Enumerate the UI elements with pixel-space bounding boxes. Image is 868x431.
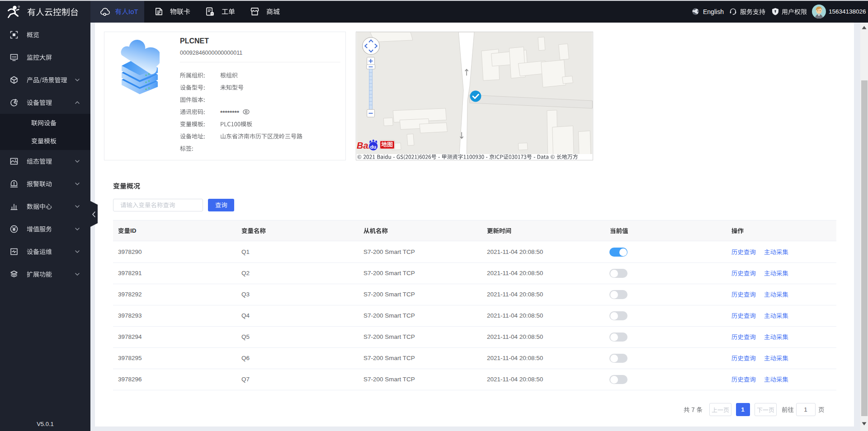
svg-text:du: du <box>370 144 376 150</box>
